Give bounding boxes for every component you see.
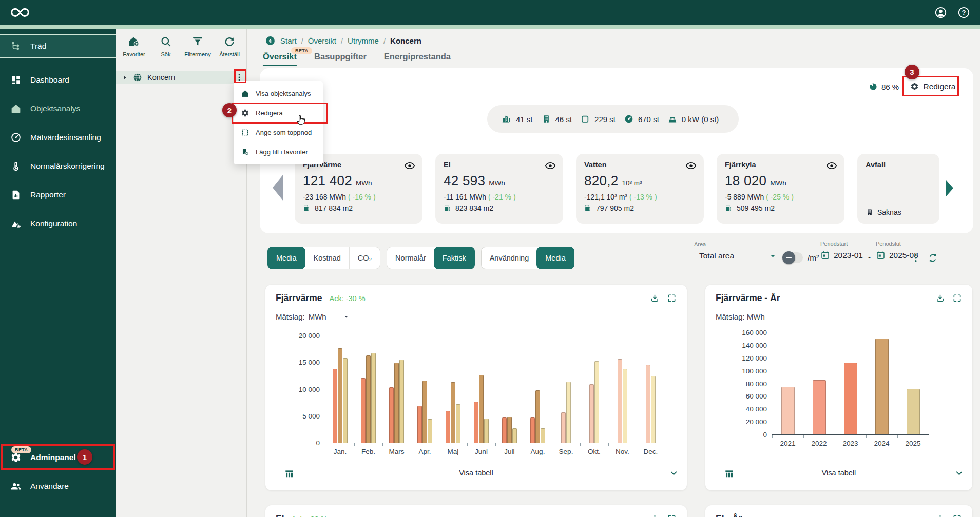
tree-icon [10,41,22,52]
x-tick-label: Jan. [326,448,354,455]
stat-solar: 0 kW (0 st) [667,114,719,124]
sidebar-item-tr-d[interactable]: Träd [0,34,116,58]
breadcrumb-link-versikt[interactable]: Översikt [308,36,336,45]
account-button[interactable] [934,6,947,19]
filter-option-anv-ndning[interactable]: Användning [482,247,537,269]
unit-select-label: Mätslag: [276,312,305,321]
menu-item-l-gg-till-i-favoriter[interactable]: Lägg till i favoriter [234,142,323,162]
visibility-toggle[interactable] [826,160,837,171]
expand-table-button[interactable] [669,468,679,478]
media-card-title: Vatten [584,161,696,169]
bar [781,387,795,434]
x-tick-label: Dec. [637,448,665,455]
period-start-picker[interactable]: 2023-01 [820,250,863,260]
sidebar-item-objektsanalys[interactable]: Objektsanalys [0,96,116,121]
house-icon [241,89,249,98]
toggle-track[interactable] [784,252,803,263]
unit-label-text: Mätslag: MWh [716,312,765,321]
download-button[interactable] [935,514,945,517]
visibility-toggle[interactable] [404,160,415,171]
tree-tool-terst-ll[interactable]: Återställ [214,35,245,57]
bar [530,417,535,443]
filter-option-normal-r[interactable]: Normalår [387,247,434,269]
visibility-toggle[interactable] [685,160,697,171]
menu-item-redigera[interactable]: Redigera [234,103,323,123]
sidebar-item-konfiguration[interactable]: Konfiguration [0,211,116,236]
stat-gauge-f: 670 st [624,114,659,124]
sidebar-item-normal-rskorrigering[interactable]: Normalårskorrigering [0,154,116,178]
bar [813,380,826,434]
fullscreen-button[interactable] [667,293,677,303]
x-tick-label: 2021 [772,440,803,447]
building-icon [541,114,551,124]
tree-tool-label: Filtermeny [184,51,210,57]
y-tick-label: 40 000 [715,405,767,413]
bar [907,389,920,434]
stat-value: 0 kW (0 st) [682,115,719,124]
bar [512,428,517,443]
expand-caret-icon[interactable] [122,75,128,81]
breadcrumb: Start/Översikt/Utrymme/Koncern [265,35,421,46]
menu-item-ange-som-toppnod[interactable]: Ange som toppnod [234,123,323,142]
area-select[interactable]: Area Total area [694,241,777,261]
media-change: -11 161 MWh ( -21 % ) [444,193,555,201]
sidebar-item-label: Konfiguration [30,219,77,228]
breadcrumb-back-button[interactable] [265,35,276,46]
expand-table-button[interactable] [954,468,964,478]
sidebar-item-anv-ndare[interactable]: Användare [0,474,116,499]
show-table-link[interactable]: Visa tabell [705,469,972,477]
menu-item-visa-objektsanalys[interactable]: Visa objektsanalys [234,84,323,103]
bar [456,404,460,443]
filter-option-co[interactable]: CO₂ [349,247,380,269]
chart-card-fjarrvarme: Fjärrvärme Ack: -30 % Mätslag: MWh Visa … [265,285,687,490]
fullscreen-button[interactable] [952,293,962,303]
tab-energiprestanda[interactable]: Energiprestanda [384,52,451,66]
carousel-prev-button[interactable] [273,174,283,201]
unit-select[interactable]: Mätslag: MWh [276,312,350,321]
period-options-button[interactable] [911,253,921,263]
breadcrumb-link-start[interactable]: Start [280,36,297,45]
filter-option-media[interactable]: Media [536,247,574,269]
show-table-link[interactable]: Visa tabell [265,469,687,477]
sidebar-item-dashboard[interactable]: Dashboard [0,68,116,92]
filter-group-3: AnvändningMedia [481,247,574,269]
media-missing: Saknas [866,208,901,216]
area-icon [303,204,311,212]
bar [366,355,371,443]
bar [343,358,348,443]
per-m2-toggle[interactable]: /m² [784,252,819,263]
download-button[interactable] [650,514,660,517]
filter-option-kostnad[interactable]: Kostnad [305,247,349,269]
tree-tool-filtermeny[interactable]: Filtermeny [182,35,214,57]
refresh-data-button[interactable] [927,252,938,264]
filter-option-faktisk[interactable]: Faktisk [434,247,475,269]
media-change-percent: ( -13 % ) [629,193,657,201]
bar [623,369,627,443]
fullscreen-button[interactable] [952,514,962,517]
sidebar-item-rapporter[interactable]: Rapporter [0,183,116,207]
tab-basuppgifter[interactable]: Basuppgifter [314,52,367,66]
download-button[interactable] [935,293,945,303]
filter-option-media[interactable]: Media [267,247,305,269]
back-arrow-icon [265,35,276,46]
breadcrumb-link-utrymme[interactable]: Utrymme [348,36,379,45]
carousel-next-button[interactable] [946,180,953,196]
download-button[interactable] [650,293,660,303]
fullscreen-button[interactable] [667,514,677,517]
visibility-toggle[interactable] [545,160,556,171]
sidebar-item-adminpanel[interactable]: BETAAdminpanel [0,445,116,470]
tree-node-koncern[interactable]: Koncern [116,71,246,84]
sidebar-item-m-tv-rdesinsamling[interactable]: Mätvärdesinsamling [0,125,116,150]
media-unit: MWh [489,179,505,187]
x-tick-label: 2023 [835,440,866,447]
tab-versikt[interactable]: Översikt [263,52,297,66]
bar [618,359,622,443]
help-button[interactable] [957,6,970,19]
unit-label: Mätslag: MWh [716,312,765,321]
thermo-icon [10,161,22,172]
media-area-value: 509 495 m2 [737,204,775,212]
breadcrumb-separator: / [301,36,303,45]
tree-tool-favoriter[interactable]: Favoriter [118,35,150,57]
bar [371,353,376,443]
tree-tool-s-k[interactable]: Sök [150,35,182,57]
